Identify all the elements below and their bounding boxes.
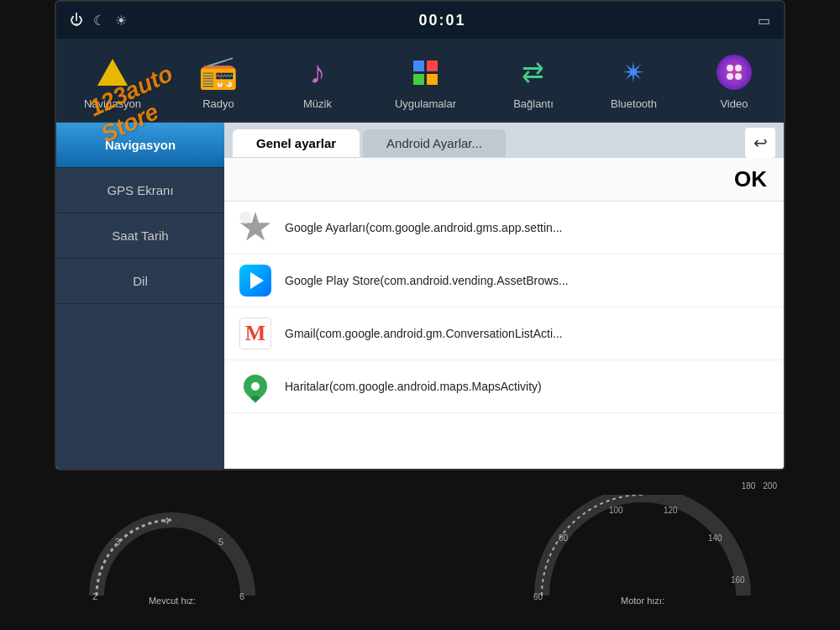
gmail-letter-icon: M [239, 318, 271, 349]
nav-icon-uygulamalar [403, 50, 447, 94]
maps-icon-container [238, 369, 273, 404]
svg-text:6: 6 [239, 591, 244, 601]
gmail-icon: M [238, 316, 273, 351]
svg-text:60: 60 [533, 592, 543, 601]
content-panel: OK Google Ayarları(com. [224, 158, 784, 470]
nav-label-bluetooth: Bluetooth [611, 97, 657, 110]
svg-text:4: 4 [164, 516, 169, 526]
ok-button[interactable]: OK [734, 166, 767, 192]
nav-item-navigasyon[interactable]: Navigasyon [76, 45, 150, 115]
screen-icon: ▭ [758, 13, 770, 29]
vdot-2 [735, 65, 742, 71]
vdot-4 [735, 73, 742, 80]
main-content: Navigasyon GPS Ekranı Saat Tarih Dil Gen… [56, 123, 784, 470]
list-item[interactable]: Google Ayarları(com.google.android.gms.a… [224, 202, 784, 255]
nav-item-video[interactable]: Video [704, 45, 764, 115]
nav-label-navigasyon: Navigasyon [84, 97, 141, 110]
nav-label-muzik: Müzik [303, 97, 332, 110]
moon-icon[interactable]: ☾ [93, 13, 105, 29]
music-icon: ♪ [309, 55, 325, 91]
nav-label-uygulamalar: Uygulamalar [395, 97, 456, 110]
tab-genel[interactable]: Genel ayarlar [233, 129, 360, 157]
right-panel: Genel ayarlar Android Ayarlar... ↩ OK [224, 123, 784, 470]
left-gauge-label: Mevcut hız: [149, 596, 196, 606]
sidebar: Navigasyon GPS Ekranı Saat Tarih Dil [56, 123, 224, 470]
svg-text:80: 80 [559, 533, 569, 543]
nav-label-video: Video [720, 97, 748, 110]
status-bar: ⏻ ☾ ☀ 00:01 ▭ [56, 2, 784, 39]
play-store-icon [238, 263, 273, 298]
clock: 00:01 [418, 12, 465, 29]
sidebar-item-navigasyon[interactable]: Navigasyon [56, 123, 224, 168]
right-gauge-label: Motor hızı: [621, 596, 664, 606]
app-sq-1 [413, 60, 424, 71]
connection-icon: ⇄ [522, 56, 544, 88]
svg-text:140: 140 [708, 533, 722, 543]
arrow-icon [97, 59, 128, 86]
nav-label-baglanti: Bağlantı [513, 97, 554, 110]
app-list: Google Ayarları(com.google.android.gms.a… [224, 202, 784, 470]
app-text-gmail: Gmail(com.google.android.gm.Conversation… [285, 327, 563, 340]
nav-icon-radyo: 📻 [197, 50, 240, 94]
nav-item-uygulamalar[interactable]: Uygulamalar [386, 45, 465, 115]
nav-item-bluetooth[interactable]: ✴ Bluetooth [602, 45, 665, 115]
svg-text:3: 3 [115, 537, 120, 547]
nav-bar: Navigasyon 📻 Radyo ♪ Müzik [56, 39, 784, 123]
apps-grid-icon [413, 60, 438, 85]
left-gauge-svg: 2 3 4 5 6 [80, 495, 265, 612]
svg-text:5: 5 [218, 537, 223, 547]
maps-pin-center [251, 382, 260, 391]
nav-item-baglanti[interactable]: ⇄ Bağlantı [503, 45, 564, 115]
app-text-maps: Haritalar(com.google.android.maps.MapsAc… [285, 380, 542, 393]
tabs-bar: Genel ayarlar Android Ayarlar... ↩ [224, 123, 784, 158]
bluetooth-icon: ✴ [622, 55, 645, 89]
dashboard: 2 3 4 5 6 Mevcut hız: 60 80 100 120 140 … [55, 470, 785, 630]
list-item[interactable]: Haritalar(com.google.android.maps.MapsAc… [224, 360, 784, 413]
vdot-1 [727, 65, 733, 71]
nav-label-radyo: Radyo [202, 97, 234, 110]
car-screen: ⏻ ☾ ☀ 00:01 ▭ Navigasyon 📻 Radyo [55, 0, 785, 470]
status-icons: ⏻ ☾ ☀ [70, 13, 127, 29]
tab-android[interactable]: Android Ayarlar... [363, 129, 506, 157]
right-gauge-svg: 60 80 100 120 140 160 [525, 495, 760, 612]
back-button[interactable]: ↩ [745, 128, 775, 158]
nav-icon-bluetooth: ✴ [612, 50, 655, 94]
ok-row: OK [224, 158, 784, 202]
left-gauge: 2 3 4 5 6 Mevcut hız: [80, 495, 265, 606]
maps-pin-shadow [251, 396, 260, 401]
sidebar-item-saat[interactable]: Saat Tarih [56, 213, 224, 259]
app-text-google-settings: Google Ayarları(com.google.android.gms.a… [285, 221, 562, 234]
nav-item-radyo[interactable]: 📻 Radyo [188, 45, 249, 115]
video-icon [717, 55, 752, 90]
google-settings-icon [238, 210, 273, 245]
app-sq-3 [413, 74, 424, 85]
svg-text:120: 120 [664, 506, 678, 515]
nav-icon-video [712, 50, 756, 94]
right-number-label: 180 200 [742, 477, 777, 492]
svg-text:160: 160 [731, 575, 745, 585]
app-text-play-store: Google Play Store(com.android.vending.As… [285, 274, 569, 287]
list-item[interactable]: M Gmail(com.google.android.gm.Conversati… [224, 307, 784, 360]
vdot-3 [727, 73, 733, 80]
nav-item-muzik[interactable]: ♪ Müzik [287, 45, 348, 115]
nav-icon-baglanti: ⇄ [512, 50, 555, 94]
sidebar-item-dil[interactable]: Dil [56, 259, 224, 304]
app-sq-2 [427, 60, 438, 71]
list-item[interactable]: Google Play Store(com.android.vending.As… [224, 255, 784, 307]
play-triangle-shape [250, 272, 264, 289]
brightness-icon[interactable]: ☀ [115, 13, 127, 29]
svg-text:2: 2 [92, 591, 97, 601]
svg-text:100: 100 [609, 506, 623, 515]
nav-icon-navigasyon [91, 50, 134, 94]
gear-center [239, 212, 251, 223]
video-icon-inner [727, 65, 742, 80]
app-sq-4 [427, 74, 438, 85]
play-triangle-icon [239, 265, 271, 297]
sidebar-item-gps[interactable]: GPS Ekranı [56, 168, 224, 213]
right-gauge: 60 80 100 120 140 160 Motor hızı: [525, 495, 760, 606]
radio-icon: 📻 [198, 54, 238, 91]
power-icon[interactable]: ⏻ [70, 13, 83, 28]
nav-icon-muzik: ♪ [296, 50, 339, 94]
